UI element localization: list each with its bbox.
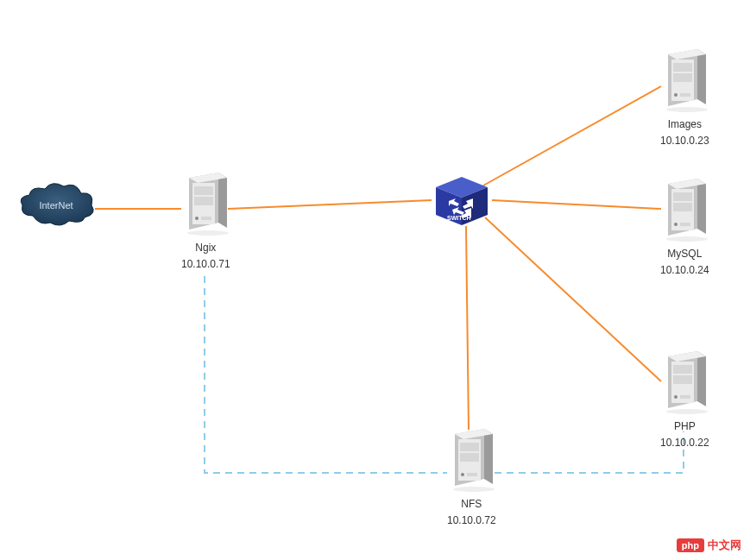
node-php: PHP 10.10.0.22 — [660, 349, 709, 450]
node-mysql: MySQL 10.10.0.24 — [660, 177, 709, 278]
svg-rect-4 — [194, 186, 213, 195]
node-internet: InterNet — [16, 181, 98, 232]
nfs-ip: 10.10.0.72 — [447, 513, 496, 528]
svg-rect-34 — [673, 365, 692, 374]
svg-rect-17 — [673, 73, 692, 82]
svg-point-38 — [666, 409, 708, 414]
svg-rect-46 — [467, 473, 477, 476]
images-ip: 10.10.0.23 — [660, 134, 709, 148]
line-nginx-switch — [228, 200, 432, 209]
switch-icon: SWITCH — [432, 177, 492, 229]
svg-point-6 — [195, 217, 199, 220]
mysql-ip: 10.10.0.24 — [660, 263, 709, 278]
dashed-nginx-nfs — [205, 276, 447, 473]
node-nfs: NFS 10.10.0.72 — [447, 427, 496, 528]
svg-rect-44 — [460, 453, 479, 462]
node-nginx: Ngix 10.10.0.71 — [181, 171, 230, 272]
svg-rect-26 — [673, 203, 692, 211]
nginx-name: Ngix — [181, 241, 230, 255]
svg-point-20 — [666, 107, 708, 112]
node-switch: SWITCH — [432, 177, 492, 232]
server-icon — [661, 177, 709, 242]
php-name: PHP — [660, 419, 709, 434]
node-images: Images 10.10.0.23 — [660, 47, 709, 148]
server-icon — [448, 427, 495, 492]
nginx-ip: 10.10.0.71 — [181, 257, 230, 272]
svg-marker-31 — [697, 351, 706, 406]
svg-point-45 — [461, 473, 464, 476]
svg-rect-19 — [680, 93, 690, 97]
nfs-name: NFS — [447, 497, 496, 512]
switch-label: SWITCH — [447, 215, 471, 221]
watermark-text: 中文网 — [708, 538, 741, 553]
server-icon — [661, 47, 709, 112]
svg-marker-13 — [697, 49, 706, 104]
images-name: Images — [660, 117, 709, 132]
svg-marker-22 — [697, 179, 706, 234]
watermark: php 中文网 — [677, 538, 741, 553]
php-ip: 10.10.0.22 — [660, 436, 709, 450]
connections-layer — [0, 0, 750, 560]
internet-label: InterNet — [39, 200, 72, 211]
cloud-icon: InterNet — [16, 181, 98, 229]
svg-point-29 — [666, 236, 708, 242]
line-switch-mysql — [492, 200, 661, 209]
svg-point-27 — [674, 223, 678, 226]
svg-rect-35 — [673, 375, 692, 384]
svg-point-47 — [453, 487, 495, 492]
line-switch-images — [483, 86, 661, 186]
svg-rect-37 — [680, 395, 690, 399]
line-switch-php — [485, 217, 661, 381]
svg-point-36 — [674, 395, 678, 399]
svg-rect-43 — [460, 443, 479, 451]
svg-rect-25 — [673, 192, 692, 201]
svg-rect-28 — [680, 223, 690, 226]
svg-marker-1 — [218, 173, 227, 228]
svg-point-8 — [187, 230, 229, 236]
watermark-logo: php — [677, 538, 704, 552]
svg-marker-40 — [484, 429, 493, 484]
dashed-nfs-php — [495, 431, 684, 473]
line-switch-nfs — [466, 226, 469, 430]
server-icon — [182, 171, 230, 236]
svg-rect-5 — [194, 197, 213, 205]
server-icon — [661, 349, 709, 414]
mysql-name: MySQL — [660, 247, 709, 261]
svg-rect-7 — [201, 217, 211, 220]
svg-point-18 — [674, 93, 678, 97]
svg-rect-16 — [673, 63, 692, 72]
